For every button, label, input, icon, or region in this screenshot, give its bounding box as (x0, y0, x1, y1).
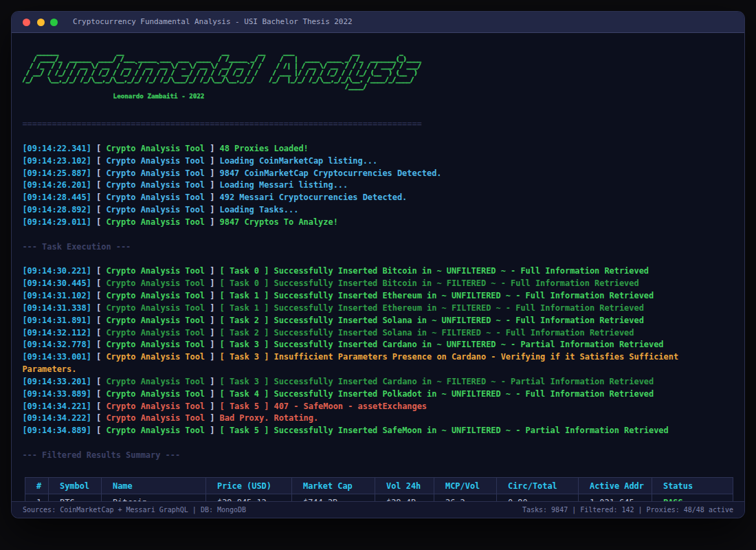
column-header: Status (652, 478, 734, 494)
bracket: ] (205, 278, 220, 288)
zoom-button-icon[interactable] (50, 19, 58, 26)
task-tag: [ Task 1 ] (220, 291, 274, 300)
log-message: Successfully Inserted Bitcoin in ~ FILTE… (274, 278, 639, 288)
log-message-wrap: Parameters. (22, 364, 76, 374)
bracket: ] (205, 340, 220, 349)
log-timestamp: [09:14:33.201] (22, 377, 91, 386)
log-message: Successfully Inserted Bitcoin in ~ UNFIL… (274, 266, 649, 276)
log-message: Insufficient Parameters Presence on Card… (274, 352, 679, 362)
log-message: Bad Proxy. Rotating. (220, 413, 319, 423)
log-message: 9847 Cryptos To Analyze! (220, 217, 338, 227)
tool-name: Crypto Analysis Tool (106, 205, 205, 214)
tool-name: Crypto Analysis Tool (106, 328, 205, 338)
log-message: Loading Messari listing... (220, 180, 348, 190)
log-message: Successfully Inserted SafeMoon in ~ UNFI… (274, 426, 669, 435)
bracket: [ (96, 217, 106, 227)
tool-name: Crypto Analysis Tool (106, 217, 205, 227)
log-timestamp: [09:14:22.341] (22, 144, 91, 153)
tool-name: Crypto Analysis Tool (106, 389, 205, 399)
bracket: ] (205, 291, 220, 300)
bracket: [ (96, 328, 106, 338)
log-message: Successfully Inserted Cardano in ~ UNFIL… (274, 340, 664, 349)
bracket: ] (205, 180, 220, 190)
log-timestamp: [09:14:31.338] (22, 303, 91, 313)
bracket: ] (205, 316, 220, 325)
log-message: 492 Messari Cryptocurrencies Detected. (220, 192, 408, 202)
minimize-button-icon[interactable] (37, 19, 45, 26)
banner-byline: Leonardo Zambaiti - 2022 (113, 92, 205, 100)
log-timestamp: [09:14:34.889] (22, 426, 91, 435)
bracket: ] (205, 205, 220, 214)
task-tag: [ Task 3 ] (220, 352, 274, 362)
tool-name: Crypto Analysis Tool (106, 413, 205, 423)
task-tag: [ Task 5 ] (220, 402, 274, 411)
tool-name: Crypto Analysis Tool (106, 377, 205, 386)
task-tag: [ Task 2 ] (220, 328, 274, 338)
status-bar: Sources: CoinMarketCap + Messari GraphQL… (12, 501, 744, 518)
bracket: [ (96, 413, 106, 423)
tool-name: Crypto Analysis Tool (106, 156, 205, 166)
log-timestamp: [09:14:28.892] (22, 205, 91, 214)
column-header: Active Addr (579, 478, 652, 494)
task-tag: [ Task 3 ] (220, 340, 274, 349)
terminal-window: Cryptocurrency Fundamental Analysis - US… (12, 12, 744, 518)
log-output: ========================================… (22, 118, 678, 462)
log-timestamp: [09:14:34.221] (22, 402, 91, 411)
close-button-icon[interactable] (23, 19, 30, 26)
log-message: Successfully Inserted Ethereum in ~ UNFI… (274, 291, 654, 300)
bracket: ] (205, 168, 220, 178)
bracket: [ (96, 426, 106, 435)
bracket: ] (205, 426, 220, 435)
bracket: [ (96, 316, 106, 325)
task-tag: [ Task 3 ] (220, 377, 274, 386)
bracket: ] (205, 192, 220, 202)
tool-name: Crypto Analysis Tool (106, 316, 205, 325)
column-header: Name (102, 478, 206, 494)
column-header: # (25, 478, 49, 494)
bracket: ] (205, 303, 220, 313)
tool-name: Crypto Analysis Tool (106, 340, 205, 349)
log-timestamp: [09:14:33.001] (22, 352, 91, 362)
bracket: ] (205, 402, 220, 411)
log-message: Loading CoinMarketCap listing... (220, 156, 378, 166)
bracket: [ (96, 389, 106, 399)
bracket: [ (96, 180, 106, 190)
screen: Cryptocurrency Fundamental Analysis - US… (0, 0, 756, 550)
bracket: [ (96, 144, 106, 153)
task-tag: [ Task 0 ] (220, 278, 274, 288)
bracket: [ (96, 340, 106, 349)
bracket: [ (96, 352, 106, 362)
status-sources: Sources: CoinMarketCap + Messari GraphQL… (23, 502, 246, 518)
column-header: Vol 24h (375, 478, 434, 494)
log-timestamp: [09:14:25.887] (22, 168, 91, 178)
log-message: Successfully Inserted Polkadot in ~ UNFI… (274, 389, 654, 399)
task-tag: [ Task 5 ] (220, 426, 274, 435)
log-message: 48 Proxies Loaded! (220, 144, 309, 153)
titlebar: Cryptocurrency Fundamental Analysis - US… (12, 12, 744, 33)
bracket: [ (96, 156, 106, 166)
status-counters: Tasks: 9847 | Filtered: 142 | Proxies: 4… (522, 502, 733, 518)
log-message: 9847 CoinMarketCap Cryptocurrencies Dete… (220, 168, 442, 178)
bracket: ] (205, 217, 220, 227)
log-timestamp: [09:14:31.102] (22, 291, 91, 300)
tool-name: Crypto Analysis Tool (106, 291, 205, 300)
log-timestamp: [09:14:33.889] (22, 389, 91, 399)
task-tag: [ Task 2 ] (220, 316, 274, 325)
bracket: [ (96, 402, 106, 411)
tool-name: Crypto Analysis Tool (106, 266, 205, 276)
bracket: [ (96, 266, 106, 276)
bracket: [ (96, 278, 106, 288)
tool-name: Crypto Analysis Tool (106, 192, 205, 202)
column-header: Circ/Total (497, 478, 579, 494)
bracket: [ (96, 291, 106, 300)
log-timestamp: [09:14:34.222] (22, 413, 91, 423)
tool-name: Crypto Analysis Tool (106, 278, 205, 288)
tool-name: Crypto Analysis Tool (106, 303, 205, 313)
bracket: ] (205, 352, 220, 362)
log-message: Successfully Inserted Ethereum in ~ FILT… (274, 303, 644, 313)
tool-name: Crypto Analysis Tool (106, 426, 205, 435)
tool-name: Crypto Analysis Tool (106, 180, 205, 190)
column-header: Symbol (49, 478, 102, 494)
column-header: MCP/Vol (434, 478, 497, 494)
log-message: Successfully Inserted Cardano in ~ FILTE… (274, 377, 654, 386)
